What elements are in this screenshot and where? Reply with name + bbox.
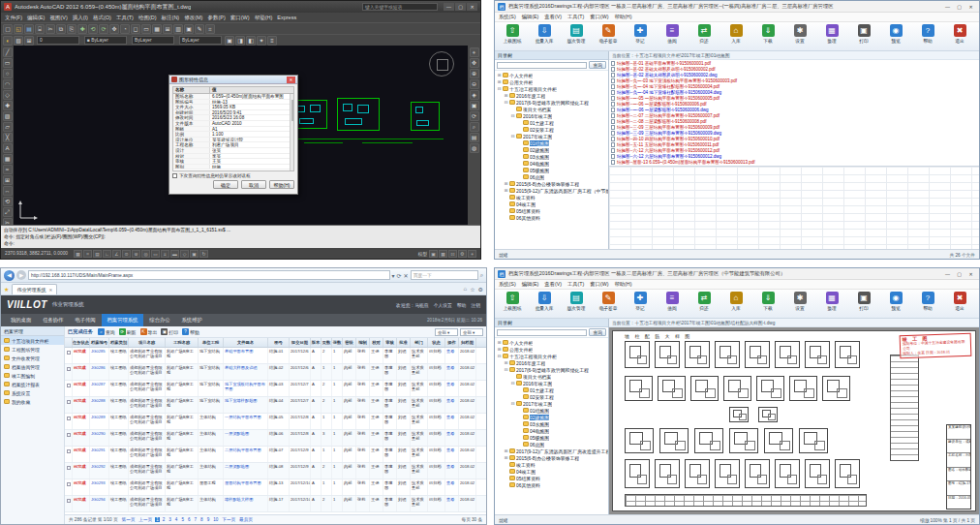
column-header[interactable]: 校对 xyxy=(370,338,383,347)
tree-search-input[interactable] xyxy=(497,329,587,336)
ucs-icon[interactable]: ⌖ xyxy=(470,47,479,57)
doc-toolbar-button[interactable]: ✎电子签章 xyxy=(593,24,624,44)
menu-item[interactable]: 标注(N) xyxy=(162,15,180,21)
link-logout[interactable]: 注销 xyxy=(471,302,480,308)
tree-item[interactable]: 竣工资料 xyxy=(495,194,608,201)
ducs-toggle[interactable]: ▭ xyxy=(151,250,160,258)
column-header[interactable] xyxy=(65,338,73,347)
lineweight-toggle[interactable]: ▬ xyxy=(170,250,179,258)
close-button[interactable]: ✕ xyxy=(965,270,976,278)
tree-item[interactable]: 05暖施图 xyxy=(495,167,608,173)
print-button[interactable]: ▣打印 xyxy=(161,328,178,335)
column-header[interactable]: 操作 xyxy=(445,338,459,347)
address-dropdown-icon[interactable]: ▾ xyxy=(392,272,395,279)
column-header[interactable]: 文件题名 xyxy=(224,338,268,347)
snap-toggle[interactable]: ⌗ xyxy=(83,250,92,258)
polygon-icon[interactable]: ◇ xyxy=(3,90,13,100)
dialog-button[interactable]: 取消 xyxy=(241,180,266,189)
row-checkbox[interactable] xyxy=(67,384,71,387)
column-header[interactable]: 批准 xyxy=(397,338,411,347)
browser-search-input[interactable]: 百度一下 xyxy=(411,270,478,280)
trim-icon[interactable]: ✂ xyxy=(3,218,13,225)
tree-item[interactable]: 06总图 xyxy=(495,441,608,448)
block-icon[interactable]: ⊞ xyxy=(3,175,13,185)
regen-icon[interactable]: ⟳ xyxy=(470,111,479,121)
tree-item[interactable]: 03水施图 xyxy=(495,420,608,427)
table-row[interactable]: 已完成JG0292竣工图纸成都利君置业有限公司利君广场项目利君广场B座工程主体结… xyxy=(65,463,486,479)
doc-toolbar-button[interactable]: ✱设置 xyxy=(784,24,815,44)
tree-item[interactable]: 05结算资料 xyxy=(495,207,608,214)
page-link[interactable]: 3 xyxy=(168,517,172,522)
tree-item[interactable]: ⊞个人文件柜 xyxy=(495,339,608,346)
otrack-toggle[interactable]: ◎ xyxy=(141,250,150,258)
acad-canvas[interactable]: 图形特性信息 ✕ 名称 值 图纸名称6.059~(0.450m)屋面结构平面布置… xyxy=(14,46,468,225)
layers-icon[interactable]: ▤ xyxy=(470,133,479,142)
doc-toolbar-button[interactable]: ?帮助 xyxy=(912,24,943,44)
table-row[interactable]: 已完成JG0291竣工图纸成都利君置业有限公司利君广场项目利君广场B座工程主体结… xyxy=(65,447,486,463)
page-link[interactable]: 下一页 xyxy=(221,517,236,522)
column-header[interactable]: 工程名称 xyxy=(166,338,199,347)
orbit-icon[interactable]: ◈ xyxy=(470,90,479,100)
menu-item[interactable]: 帮助(H) xyxy=(614,281,631,288)
model-space-label[interactable]: 模型 xyxy=(417,251,427,257)
doc-toolbar-button[interactable]: ▣打印 xyxy=(848,24,879,44)
tree-item[interactable]: ⊞个人文件柜 xyxy=(495,72,608,78)
doc-toolbar-button[interactable]: ▦整理 xyxy=(816,24,847,44)
tools-gear-icon[interactable]: ⚙ xyxy=(478,286,483,293)
link-profile[interactable]: 个人设置 xyxy=(434,302,452,308)
tree-item[interactable]: 02建施图 xyxy=(495,146,608,153)
layer-props-icon[interactable]: ◐ xyxy=(3,36,13,46)
zoom-in-icon[interactable]: ⊕ xyxy=(470,69,479,78)
tree-item[interactable]: 05结算资料 xyxy=(495,475,608,481)
zoom-out-icon[interactable]: ⊖ xyxy=(470,79,479,89)
doc-toolbar-button[interactable]: ⇓下载 xyxy=(752,292,783,311)
menu-item[interactable]: 插入(I) xyxy=(73,15,88,21)
doc-toolbar-button[interactable]: ?帮助 xyxy=(912,292,943,311)
tab-close-icon[interactable]: ✕ xyxy=(48,288,52,293)
sidebar-item[interactable]: 系统设置 xyxy=(1,388,64,397)
doc-toolbar-button[interactable]: ⇄归还 xyxy=(689,24,720,44)
nav-tab[interactable]: 系统维护 xyxy=(176,314,208,326)
menu-item[interactable]: 文件(F) xyxy=(5,15,22,21)
doc-toolbar-button[interactable]: ≡借阅 xyxy=(657,24,688,44)
tree-expand-icon[interactable]: ⊟ xyxy=(510,401,515,406)
menu-item[interactable]: 编辑(E) xyxy=(522,14,539,20)
row-checkbox[interactable] xyxy=(67,367,71,371)
dim-style-icon[interactable]: ◧ xyxy=(246,36,256,46)
nav-tab[interactable]: 我的桌面 xyxy=(5,314,37,326)
table-row[interactable]: 已完成JG0294竣工图纸成都利君置业有限公司利君广场项目利君广场B座工程主体结… xyxy=(65,496,486,512)
doc-toolbar-button[interactable]: ✱设置 xyxy=(784,292,815,311)
region-icon[interactable]: ▱ xyxy=(3,122,13,132)
menu-item[interactable]: 参数(P) xyxy=(207,15,225,21)
acad-command-area[interactable]: 自动保存到 C:\Users\ADMINI~1\AppData\Local\Te… xyxy=(1,225,480,248)
sidebar-item[interactable]: 竣工图编制 xyxy=(1,371,64,380)
layer-state-icon[interactable]: ▧ xyxy=(14,36,23,46)
home-icon[interactable]: ⌂ xyxy=(464,286,468,293)
autocad-search-input[interactable]: 键入关键字或短语 xyxy=(362,3,438,11)
tree-item[interactable]: 04竣工图 xyxy=(495,468,608,475)
plot-icon[interactable]: ⌸ xyxy=(35,24,45,34)
rotate-icon[interactable]: ⟲ xyxy=(3,197,13,206)
maximize-button[interactable]: ▢ xyxy=(455,3,466,11)
column-header[interactable]: 密级 xyxy=(343,338,356,347)
table-row[interactable]: 已完成JG0287竣工图纸成都利君置业有限公司利君广场项目利君广场B座工程地下室… xyxy=(65,381,486,397)
close-button[interactable]: ✕ xyxy=(467,3,477,11)
doc-toolbar-button[interactable]: ⇧上载图纸 xyxy=(497,24,528,44)
view-icon[interactable]: ▣ xyxy=(470,101,479,110)
menu-item[interactable]: 工具(T) xyxy=(567,14,584,20)
pan-icon[interactable]: ✥ xyxy=(109,24,119,34)
menu-item[interactable]: 帮助(H) xyxy=(255,15,273,21)
tree-item[interactable]: ⊟十五冶工程项目文件柜 xyxy=(495,353,608,359)
tree-expand-icon[interactable]: ⊞ xyxy=(497,73,502,77)
osnap-toggle[interactable]: ⊙ xyxy=(122,250,131,258)
tree-item[interactable]: 06其他资料 xyxy=(495,481,608,488)
layer-dropdown[interactable]: 0 xyxy=(37,36,79,45)
tree-expand-icon[interactable]: ⊞ xyxy=(504,188,508,193)
column-header[interactable]: 页数 xyxy=(322,338,332,347)
undo-icon[interactable]: ⟲ xyxy=(88,24,98,34)
column-header[interactable]: 审核 xyxy=(383,338,397,347)
pan-hand-icon[interactable]: ✥ xyxy=(470,58,479,68)
menu-item[interactable]: 修改(M) xyxy=(184,15,202,21)
menu-item[interactable]: 系统(S) xyxy=(499,281,516,288)
doc-toolbar-button[interactable]: ▣打印 xyxy=(848,292,879,311)
